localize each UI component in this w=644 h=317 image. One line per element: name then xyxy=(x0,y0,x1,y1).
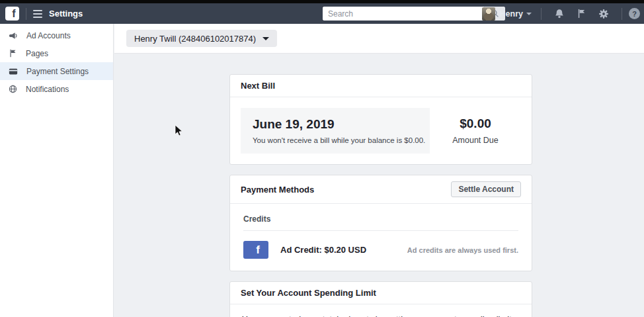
megaphone-icon xyxy=(9,31,18,40)
facebook-credit-icon: f xyxy=(243,241,268,259)
account-selector-label: Henry Twill (248406102017874) xyxy=(134,34,256,44)
card-title: Set Your Account Spending Limit xyxy=(241,288,376,298)
sidebar-item-label: Payment Settings xyxy=(26,67,89,76)
account-selector-dropdown[interactable]: Henry Twill (248406102017874) xyxy=(126,30,277,47)
ad-credit-note: Ad credits are always used first. xyxy=(407,246,518,254)
settings-sidebar: Ad Accounts Pages Payment Settings Notif… xyxy=(0,24,114,317)
card-title: Payment Methods xyxy=(241,185,314,195)
settle-account-button[interactable]: Settle Account xyxy=(451,181,521,197)
spending-limit-card: Set Your Account Spending Limit You can … xyxy=(229,281,532,317)
sidebar-item-notifications[interactable]: Notifications xyxy=(0,80,113,98)
ad-credit-row: f Ad Credit: $0.20 USD Ad credits are al… xyxy=(243,241,518,259)
header-divider xyxy=(26,8,26,20)
next-bill-body: June 19, 2019 You won't receive a bill w… xyxy=(230,97,532,164)
credit-card-icon xyxy=(9,67,18,76)
header-right-cluster: Henry xyxy=(482,3,640,24)
amount-due-column: $0.00 Amount Due xyxy=(430,108,521,154)
credits-section: Credits f Ad Credit: $0.20 USD Ad credit… xyxy=(230,204,532,271)
sidebar-item-ad-accounts[interactable]: Ad Accounts xyxy=(0,26,113,44)
main-area: Henry Twill (248406102017874) Next Bill … xyxy=(114,24,644,317)
header-divider xyxy=(622,8,622,20)
user-avatar[interactable] xyxy=(482,7,495,21)
header-divider xyxy=(541,8,542,20)
payment-methods-header: Payment Methods Settle Account xyxy=(230,175,532,204)
page-title: Settings xyxy=(49,9,83,19)
next-bill-header: Next Bill xyxy=(230,75,532,97)
account-toolbar: Henry Twill (248406102017874) xyxy=(114,24,644,54)
spending-limit-header: Set Your Account Spending Limit xyxy=(230,282,532,304)
top-navigation-bar: f Settings Henry xyxy=(0,3,644,24)
next-bill-card: Next Bill June 19, 2019 You won't receiv… xyxy=(229,74,532,165)
spending-limit-body: You can control your total ad costs by s… xyxy=(230,304,532,317)
next-bill-date: June 19, 2019 xyxy=(253,117,418,132)
gear-icon xyxy=(598,9,609,19)
ad-credit-amount: Ad Credit: $0.20 USD xyxy=(280,245,366,255)
user-menu-caret-icon[interactable] xyxy=(526,13,532,15)
flag-icon xyxy=(9,49,17,58)
search-bar xyxy=(323,7,505,21)
flag-icon xyxy=(577,9,586,19)
amount-due-label: Amount Due xyxy=(452,136,498,145)
card-title: Next Bill xyxy=(241,81,275,91)
user-name[interactable]: Henry xyxy=(500,9,523,19)
sidebar-item-label: Pages xyxy=(26,49,48,58)
hamburger-menu-icon[interactable] xyxy=(33,10,42,18)
next-bill-date-box: June 19, 2019 You won't receive a bill w… xyxy=(241,108,430,154)
chevron-down-icon xyxy=(262,37,269,40)
search-input[interactable] xyxy=(323,7,484,21)
facebook-f-glyph: f xyxy=(256,244,260,255)
credits-title: Credits xyxy=(243,212,518,231)
globe-icon xyxy=(9,85,17,93)
sidebar-item-label: Notifications xyxy=(26,85,69,94)
sidebar-item-payment-settings[interactable]: Payment Settings xyxy=(0,62,113,80)
bell-icon xyxy=(554,9,565,19)
settings-gear-button[interactable] xyxy=(598,9,609,19)
amount-due-value: $0.00 xyxy=(460,116,491,131)
sidebar-item-label: Ad Accounts xyxy=(26,31,71,40)
facebook-logo-icon[interactable]: f xyxy=(5,7,19,21)
payment-settings-content: Next Bill June 19, 2019 You won't receiv… xyxy=(114,54,644,317)
question-mark-icon: ? xyxy=(632,10,637,18)
pages-feed-button[interactable] xyxy=(577,9,586,19)
spending-limit-text: You can control your total ad costs by s… xyxy=(242,314,518,317)
next-bill-note: You won't receive a bill while your bala… xyxy=(253,136,418,144)
payment-methods-card: Payment Methods Settle Account Credits f… xyxy=(229,175,532,271)
facebook-f-glyph: f xyxy=(12,9,15,19)
notifications-bell-button[interactable] xyxy=(554,9,565,19)
sidebar-item-pages[interactable]: Pages xyxy=(0,44,113,62)
help-button[interactable]: ? xyxy=(629,8,640,19)
